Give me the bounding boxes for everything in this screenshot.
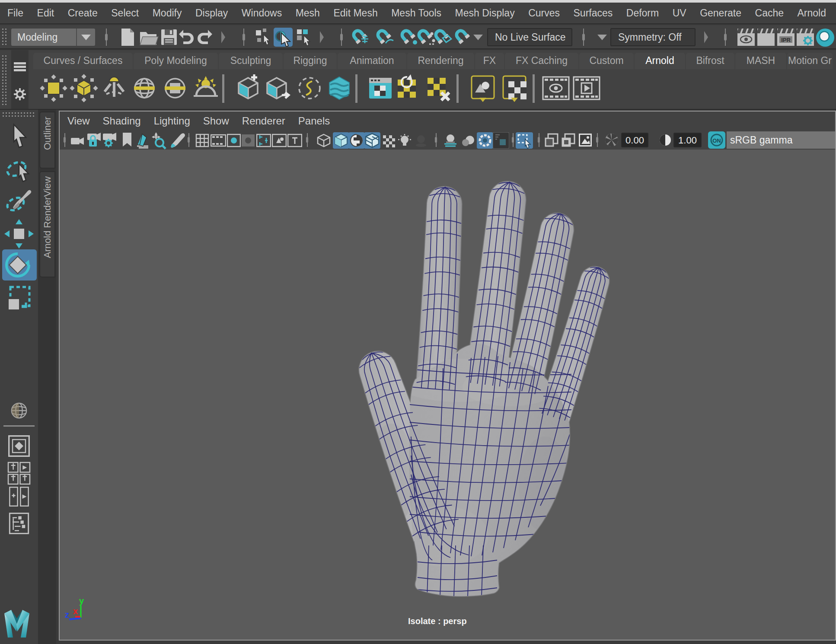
svg-text:IPR: IPR	[781, 37, 791, 43]
svg-text:ON: ON	[712, 137, 721, 144]
